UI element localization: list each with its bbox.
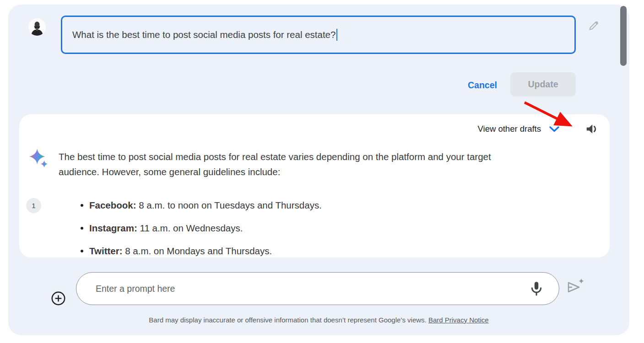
drafts-row: View other drafts (478, 122, 599, 136)
response-paragraph: The best time to post social media posts… (59, 149, 594, 179)
plus-circle-icon[interactable] (51, 291, 66, 306)
scrollbar-thumb[interactable] (620, 6, 627, 66)
bullet-dot (81, 227, 83, 230)
user-avatar (28, 18, 46, 36)
speaker-icon[interactable] (585, 122, 599, 136)
mic-icon[interactable] (528, 280, 545, 297)
bullet-dot (81, 250, 83, 252)
platform-label: Instagram: (89, 223, 137, 234)
user-photo (28, 18, 46, 36)
list-item-twitter: Twitter: 8 a.m. on Mondays and Thursdays… (81, 240, 322, 263)
prompt-input[interactable] (96, 273, 526, 305)
platform-detail: 8 a.m. on Mondays and Thursdays. (123, 246, 272, 257)
update-button[interactable]: Update (510, 72, 576, 96)
paragraph-line: The best time to post social media posts… (59, 149, 594, 164)
guidelines-list: Facebook: 8 a.m. to noon on Tuesdays and… (81, 194, 322, 263)
privacy-notice-link[interactable]: Bard Privacy Notice (428, 316, 489, 324)
bard-sparkle-icon (28, 147, 49, 169)
response-card: View other drafts (19, 114, 610, 257)
send-icon[interactable] (565, 276, 586, 297)
platform-detail: 8 a.m. to noon on Tuesdays and Thursdays… (136, 200, 322, 211)
chevron-down-icon[interactable] (549, 126, 560, 133)
text-cursor (336, 29, 337, 41)
list-item-instagram: Instagram: 11 a.m. on Wednesdays. (81, 217, 322, 240)
platform-detail: 11 a.m. on Wednesdays. (137, 223, 243, 234)
platform-label: Twitter: (89, 246, 123, 257)
list-item-facebook: Facebook: 8 a.m. to noon on Tuesdays and… (81, 194, 322, 217)
paragraph-line: audience. However, some general guidelin… (59, 164, 594, 179)
platform-label: Facebook: (89, 200, 136, 211)
bullet-dot (81, 204, 83, 207)
pencil-icon[interactable] (587, 19, 600, 32)
bard-app: What is the best time to post social med… (0, 0, 644, 343)
view-other-drafts-label[interactable]: View other drafts (478, 124, 541, 134)
prompt-edit-box[interactable]: What is the best time to post social med… (61, 16, 576, 54)
cancel-button[interactable]: Cancel (461, 77, 503, 93)
prompt-input-pill (76, 272, 559, 305)
prompt-text: What is the best time to post social med… (72, 29, 336, 40)
draft-number-badge: 1 (26, 198, 41, 213)
disclaimer-bar: Bard may display inaccurate or offensive… (8, 316, 629, 324)
disclaimer-text: Bard may display inaccurate or offensive… (149, 316, 428, 324)
